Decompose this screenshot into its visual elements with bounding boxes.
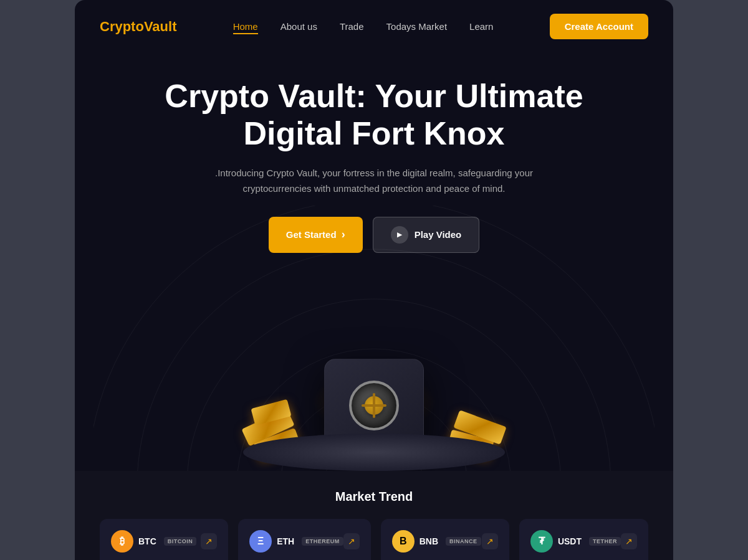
arrow-right-icon: › bbox=[342, 228, 345, 241]
btc-ticker: BTC bbox=[138, 536, 156, 546]
hero-subtitle: .Introducing Crypto Vault, your fortress… bbox=[212, 165, 536, 197]
bnb-badge: BINANCE bbox=[446, 537, 481, 546]
card-header-btc: ₿ BTC BITCOIN ↗ bbox=[111, 530, 217, 553]
market-section: Market Trend ₿ BTC BITCOIN ↗ $56,623.54 … bbox=[75, 471, 673, 560]
logo-prefix: Crypto bbox=[100, 19, 144, 34]
bnb-trend-arrow: ↗ bbox=[482, 533, 498, 549]
btc-trend-arrow: ↗ bbox=[201, 533, 217, 549]
play-icon: ▶ bbox=[391, 226, 408, 244]
page-wrapper: CryptoVault Home About us Trade Todays M… bbox=[75, 0, 673, 560]
vault-illustration bbox=[100, 272, 648, 471]
vault-door bbox=[349, 381, 399, 430]
market-title: Market Trend bbox=[100, 490, 648, 504]
logo[interactable]: CryptoVault bbox=[100, 19, 176, 35]
market-cards: ₿ BTC BITCOIN ↗ $56,623.54 1.41% Ξ bbox=[100, 519, 648, 560]
market-card-usdt[interactable]: ₮ USDT TETHER ↗ $0.9998 0,03% bbox=[519, 519, 648, 560]
create-account-button[interactable]: Create Account bbox=[550, 14, 648, 39]
bnb-icon: B bbox=[392, 530, 415, 553]
navbar: CryptoVault Home About us Trade Todays M… bbox=[75, 0, 673, 53]
vault-platform bbox=[243, 434, 505, 471]
nav-links: Home About us Trade Todays Market Learn bbox=[233, 21, 494, 32]
btc-icon: ₿ bbox=[111, 530, 133, 553]
nav-item-about[interactable]: About us bbox=[280, 21, 317, 32]
logo-suffix: Vault bbox=[144, 19, 177, 34]
vault-handle bbox=[365, 396, 383, 415]
usdt-ticker: USDT bbox=[558, 536, 582, 546]
eth-badge: ETHEREUM bbox=[302, 537, 343, 546]
card-header-eth: Ξ ETH ETHEREUM ↗ bbox=[249, 530, 360, 553]
market-card-bnb[interactable]: B BNB BINANCE ↗ $587.74 0.82% bbox=[381, 519, 509, 560]
hero-title: Crypto Vault: Your Ultimate Digital Fort… bbox=[156, 78, 592, 153]
usdt-icon: ₮ bbox=[530, 530, 553, 553]
card-header-bnb: B BNB BINANCE ↗ bbox=[392, 530, 498, 553]
nav-item-trade[interactable]: Trade bbox=[340, 21, 364, 32]
nav-item-home[interactable]: Home bbox=[233, 21, 258, 32]
vault-stage bbox=[218, 297, 530, 471]
eth-ticker: ETH bbox=[277, 536, 294, 546]
card-header-usdt: ₮ USDT TETHER ↗ bbox=[530, 530, 637, 553]
usdt-trend-arrow: ↗ bbox=[621, 533, 637, 549]
nav-item-market[interactable]: Todays Market bbox=[386, 21, 448, 32]
market-card-btc[interactable]: ₿ BTC BITCOIN ↗ $56,623.54 1.41% bbox=[100, 519, 228, 560]
hero-section: Crypto Vault: Your Ultimate Digital Fort… bbox=[75, 53, 673, 471]
btc-badge: BITCOIN bbox=[164, 537, 197, 546]
nav-item-learn[interactable]: Learn bbox=[469, 21, 493, 32]
eth-icon: Ξ bbox=[249, 530, 272, 553]
usdt-badge: TETHER bbox=[589, 537, 621, 546]
eth-trend-arrow: ↗ bbox=[343, 533, 360, 549]
bnb-ticker: BNB bbox=[420, 536, 438, 546]
play-video-button[interactable]: ▶ Play Video bbox=[373, 217, 480, 253]
hero-buttons: Get Started › ▶ Play Video bbox=[100, 217, 648, 253]
market-card-eth[interactable]: Ξ ETH ETHEREUM ↗ $4,267.90 2.22% bbox=[238, 519, 371, 560]
get-started-button[interactable]: Get Started › bbox=[269, 217, 363, 253]
